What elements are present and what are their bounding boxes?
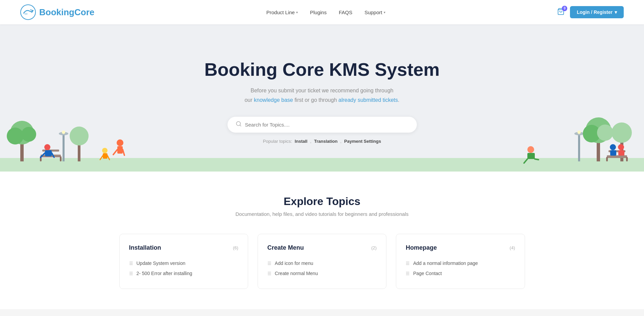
svg-point-11	[62, 131, 65, 134]
nav-product-line[interactable]: Product Line ▾	[266, 9, 298, 15]
doc-icon: ☰	[129, 261, 133, 266]
hero-section: Booking Core KMS System Before you submi…	[0, 24, 644, 172]
topic-item[interactable]: ☰ 2- 500 Error after installing	[129, 268, 238, 278]
search-icon	[236, 121, 242, 129]
hero-illustration-right	[475, 104, 644, 172]
svg-line-28	[100, 156, 103, 160]
topic-card-create-menu: Create Menu (2) ☰ Add icon for menu ☰ Cr…	[258, 234, 386, 289]
topic-card-homepage-header: Homepage (4)	[406, 244, 515, 251]
topic-card-homepage-title: Homepage	[406, 244, 437, 251]
svg-rect-31	[578, 134, 580, 161]
svg-point-41	[597, 125, 613, 141]
svg-line-29	[108, 156, 110, 160]
popular-topic-install[interactable]: Install	[295, 139, 308, 144]
svg-rect-4	[0, 161, 169, 172]
topic-card-homepage-count: (4)	[510, 245, 515, 250]
navbar-right: 0 Login / Register ▾	[557, 6, 624, 18]
explore-title: Explore Topics	[27, 195, 617, 208]
svg-rect-17	[45, 150, 52, 156]
topic-card-create-menu-header: Create Menu (2)	[267, 244, 377, 251]
topic-card-homepage: Homepage (4) ☰ Add a normal information …	[396, 234, 525, 289]
popular-topics: Popular topics: Install , Translation , …	[263, 139, 381, 144]
topic-card-installation-count: (6)	[233, 245, 238, 250]
svg-rect-15	[60, 156, 62, 161]
topic-card-installation-title: Installation	[129, 244, 161, 251]
navbar-nav: Product Line ▾ Plugins FAQS Support ▾	[266, 9, 385, 15]
main-content: Explore Topics Documentation, help files…	[0, 172, 644, 309]
popular-topic-payment-settings[interactable]: Payment Settings	[344, 139, 381, 144]
login-chevron-icon: ▾	[615, 9, 617, 15]
topic-item[interactable]: ☰ Add icon for menu	[267, 258, 377, 268]
topic-card-installation: Installation (6) ☰ Update System version…	[119, 234, 248, 289]
svg-rect-47	[626, 157, 628, 161]
topic-card-installation-header: Installation (6)	[129, 244, 238, 251]
svg-rect-23	[117, 146, 123, 154]
svg-point-34	[527, 146, 534, 153]
svg-rect-30	[475, 161, 644, 172]
topic-item[interactable]: ☰ Page Contact	[406, 268, 515, 278]
popular-topic-translation[interactable]: Translation	[314, 139, 337, 144]
topic-card-create-menu-count: (2)	[371, 245, 377, 250]
svg-point-22	[117, 139, 123, 146]
svg-rect-9	[63, 134, 65, 161]
doc-icon: ☰	[129, 271, 133, 276]
svg-line-25	[123, 150, 124, 155]
svg-point-7	[7, 128, 24, 144]
svg-point-8	[21, 127, 36, 142]
topic-card-create-menu-title: Create Menu	[267, 244, 304, 251]
hero-illustration-left	[0, 104, 169, 172]
doc-icon: ☰	[267, 271, 271, 276]
topic-item[interactable]: ☰ Add a normal information page	[406, 258, 515, 268]
svg-rect-49	[610, 150, 616, 156]
logo-link[interactable]: BookingCore	[20, 4, 94, 20]
doc-icon: ☰	[267, 261, 271, 266]
logo-icon	[20, 4, 36, 20]
svg-line-24	[113, 150, 117, 155]
topic-item[interactable]: ☰ Create normal Menu	[267, 268, 377, 278]
svg-rect-27	[103, 153, 108, 159]
search-input[interactable]	[245, 122, 409, 128]
cart-badge: 0	[562, 6, 567, 11]
svg-rect-51	[618, 150, 624, 156]
nav-support[interactable]: Support ▾	[364, 9, 385, 15]
explore-subtitle: Documentation, help files, and video tut…	[27, 211, 617, 217]
doc-icon: ☰	[406, 271, 410, 276]
svg-point-48	[610, 144, 616, 150]
product-line-chevron-icon: ▾	[296, 10, 298, 14]
svg-rect-44	[607, 155, 627, 158]
search-bar	[228, 117, 417, 133]
login-register-button[interactable]: Login / Register ▾	[570, 6, 624, 18]
doc-icon: ☰	[406, 261, 410, 266]
svg-point-50	[618, 144, 624, 150]
topic-item[interactable]: ☰ Update System version	[129, 258, 238, 268]
logo-text: BookingCore	[39, 7, 94, 18]
cart-button[interactable]: 0	[557, 8, 565, 17]
topic-cards: Installation (6) ☰ Update System version…	[119, 234, 525, 289]
svg-point-16	[44, 144, 50, 150]
submitted-tickets-link[interactable]: already submitted tickets	[338, 97, 398, 103]
svg-line-37	[535, 159, 539, 160]
svg-point-26	[102, 148, 108, 153]
svg-point-21	[70, 127, 89, 145]
svg-point-1	[24, 13, 28, 15]
knowledge-base-link[interactable]: knowledge base	[254, 97, 293, 103]
support-chevron-icon: ▾	[384, 10, 385, 14]
nav-faqs[interactable]: FAQS	[339, 9, 352, 15]
svg-rect-35	[527, 153, 535, 159]
svg-rect-46	[606, 157, 608, 161]
svg-point-0	[21, 5, 35, 20]
nav-plugins[interactable]: Plugins	[310, 9, 327, 15]
hero-title: Booking Core KMS System	[204, 59, 439, 80]
navbar: BookingCore Product Line ▾ Plugins FAQS …	[0, 0, 644, 24]
svg-point-33	[577, 131, 581, 134]
svg-point-43	[612, 122, 632, 143]
hero-subtitle: Before you submit your ticket we recomme…	[244, 86, 399, 104]
